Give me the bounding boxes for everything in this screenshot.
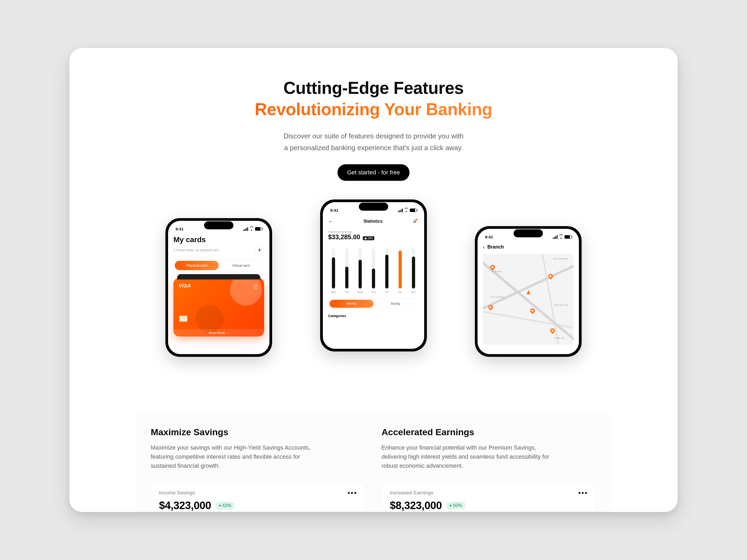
segment-physical[interactable]: Physical card [175, 261, 219, 270]
phone-branch-screen: 9:41 ‹ Branch [478, 229, 579, 354]
features-panel: Maximize Savings Maximize your savings w… [136, 412, 611, 512]
bar-track [385, 248, 388, 289]
hero-subtitle: Discover our suite of features designed … [69, 130, 678, 154]
branch-map[interactable]: East Rutherford Rutherford North Arlingt… [483, 254, 573, 345]
map-pin-icon[interactable] [549, 327, 556, 334]
bar-column: Thu [368, 248, 379, 294]
expenses-label: Expenses Average [328, 230, 419, 233]
bar-day-label: Wed [358, 291, 363, 294]
mycards-title: My cards [174, 236, 264, 244]
map-label: Rutherford [492, 270, 502, 273]
phone-statistics-screen: 9:41 ← Statistics 🕭 Expenses Average [323, 202, 424, 349]
expenses-value: $33,285.00 [328, 233, 360, 241]
bar-column: Fri [381, 248, 392, 294]
notch-icon [204, 221, 233, 229]
show-details-button[interactable]: Show details → [174, 329, 264, 337]
credit-card[interactable]: VISA ⟩⟩⟩ Show details → [174, 278, 264, 337]
card-brand-logo: VISA [179, 283, 191, 289]
segment-virtual[interactable]: Virtual card [219, 261, 263, 270]
bar-column: Sat [394, 248, 406, 294]
landing-card: Cutting-Edge Features Revolutionizing Yo… [69, 48, 678, 512]
mycards-subtitle: 2 Virtual cards, no physical card [174, 248, 219, 252]
bar-day-label: Fri [385, 291, 388, 294]
bell-icon: 🕭 [413, 219, 417, 224]
back-button[interactable]: ← [328, 218, 335, 224]
weekly-bar-chart: MonTueWedThuFriSatSun [328, 246, 419, 294]
bar-fill [398, 251, 402, 289]
phone-statistics: 9:41 ← Statistics 🕭 Expenses Average [320, 199, 427, 351]
bar-track [398, 248, 402, 289]
chip-icon [179, 316, 187, 322]
branch-title: Branch [487, 244, 504, 250]
phone-branch: 9:41 ‹ Branch [475, 226, 582, 357]
notification-button[interactable]: 🕭 [411, 217, 419, 225]
battery-icon [565, 235, 571, 239]
battery-icon [255, 227, 262, 231]
stat-card-increased-earnings: Increased Earnings ••• $8,323,000 92% [382, 483, 596, 512]
phone-mycards: 9:41 My cards 2 Virtual cards, no physic… [165, 218, 272, 357]
wifi-icon [559, 236, 563, 239]
feature-heading: Maximize Savings [151, 427, 365, 437]
battery-icon [410, 209, 417, 212]
status-indicators [243, 227, 262, 231]
notch-icon [359, 203, 388, 211]
bar-fill [385, 255, 388, 289]
status-indicators [553, 235, 571, 239]
notch-icon [514, 229, 543, 237]
bar-day-label: Thu [371, 291, 376, 294]
add-card-button[interactable]: + [255, 246, 264, 255]
map-label: North Arlington [490, 296, 504, 298]
stat-card-income-savings: Income Savings ••• $4,323,000 42% [151, 483, 365, 512]
map-label: West New York [554, 304, 568, 306]
expenses-delta-badge: ◼ 20% [363, 236, 374, 240]
bar-track [412, 248, 415, 289]
signal-icon [553, 235, 558, 239]
bar-track [345, 248, 349, 289]
feature-accelerated-earnings: Accelerated Earnings Enhance your financ… [382, 427, 596, 512]
bar-day-label: Sat [398, 291, 402, 294]
bar-track [372, 248, 375, 289]
stat-value: $4,323,000 [159, 500, 211, 511]
hero-sub-line1: Discover our suite of features designed … [69, 130, 678, 142]
stat-value: $8,323,000 [390, 500, 442, 511]
feature-maximize-savings: Maximize Savings Maximize your savings w… [151, 427, 365, 512]
phone-mycards-screen: 9:41 My cards 2 Virtual cards, no physic… [168, 221, 269, 354]
hero-section: Cutting-Edge Features Revolutionizing Yo… [69, 77, 678, 181]
status-indicators [398, 209, 417, 212]
card-type-segment: Physical card Virtual card [174, 260, 264, 271]
stat-change-badge: 92% [446, 502, 465, 510]
signal-icon [243, 227, 248, 231]
map-cursor-icon [526, 290, 531, 294]
more-menu-button[interactable]: ••• [347, 491, 357, 495]
bar-day-label: Sun [411, 291, 416, 294]
map-label: Jersey City [554, 337, 565, 339]
map-label: East Rutherford [553, 258, 568, 260]
bar-track [332, 248, 335, 289]
get-started-button[interactable]: Get started - for free [337, 164, 410, 181]
wifi-icon [250, 228, 254, 231]
statistics-title: Statistics [363, 219, 382, 224]
hero-title-line1: Cutting-Edge Features [69, 77, 678, 99]
map-pin-icon[interactable] [489, 264, 496, 270]
hero-title-line2: Revolutionizing Your Banking [69, 99, 678, 120]
stat-label: Income Savings [159, 490, 195, 496]
nfc-icon: ⟩⟩⟩ [253, 284, 259, 290]
stat-label: Increased Earnings [390, 490, 434, 496]
segment-weekly[interactable]: Weekly [330, 300, 374, 308]
bar-fill [345, 267, 349, 289]
more-menu-button[interactable]: ••• [578, 491, 588, 495]
back-button[interactable]: ‹ [483, 244, 485, 250]
map-pin-icon[interactable] [547, 273, 554, 279]
bar-column: Mon [328, 248, 339, 294]
feature-heading: Accelerated Earnings [382, 427, 596, 437]
status-time: 9:41 [485, 235, 493, 239]
map-pin-icon[interactable] [529, 308, 536, 314]
bar-fill [332, 257, 335, 289]
bar-fill [412, 257, 415, 289]
hero-sub-line2: a personalized banking experience that's… [69, 142, 678, 154]
map-pin-icon[interactable] [487, 304, 494, 311]
bar-day-label: Mon [331, 291, 336, 294]
phone-mockups: 9:41 My cards 2 Virtual cards, no physic… [69, 199, 678, 349]
bar-day-label: Tue [345, 291, 349, 294]
segment-monthly[interactable]: Montly [374, 300, 417, 308]
